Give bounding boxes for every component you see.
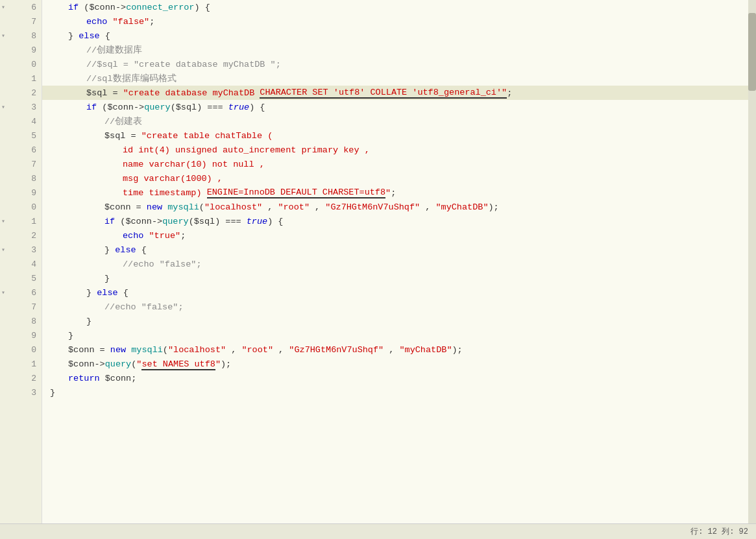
line-num-10: 0: [0, 57, 42, 71]
var-conn6: $conn: [68, 359, 95, 369]
scrollbar-thumb[interactable]: [748, 13, 756, 91]
kw-if3: if: [104, 217, 115, 226]
semi2: ;: [507, 88, 512, 98]
semi4: ;: [180, 231, 186, 241]
line-num-32: 2: [0, 371, 42, 385]
line-num-6: ▾6: [0, 0, 42, 14]
bool-true: true: [228, 102, 249, 112]
semi5: ;: [131, 374, 136, 383]
punc-open2: {: [136, 245, 147, 255]
punc8: (: [189, 217, 194, 226]
paren4: );: [452, 345, 462, 355]
line-num-8: ▾8: [0, 29, 42, 43]
comma1: ,: [262, 202, 278, 212]
fn-query3: query: [105, 359, 132, 369]
line-num-28: 8: [0, 314, 42, 328]
code-line-14: //创建表: [42, 114, 756, 128]
paren6: );: [221, 359, 231, 369]
str-dbname2: "myChatDB": [399, 345, 452, 355]
line-numbers: ▾6 7 ▾8 9 0 1 2 ▾3 4 5 6 7 8 9 0 ▾1 2 ▾3…: [0, 0, 42, 523]
arrow4: ->: [95, 359, 105, 369]
line-num-26: ▾6: [0, 285, 42, 300]
space3: [143, 231, 149, 241]
punc6: ) {: [249, 102, 265, 112]
semi3: ;: [391, 188, 396, 198]
fn-connect-error: connect_error: [126, 3, 194, 12]
str-root: "root": [278, 202, 310, 212]
line-num-21: ▾1: [0, 214, 42, 228]
comment-echo-false2: //echo "false";: [104, 302, 184, 312]
kw-else3: else: [97, 288, 117, 298]
fold-icon-21[interactable]: ▾: [1, 217, 5, 225]
code-line-25: }: [42, 271, 756, 285]
semi: ;: [149, 17, 154, 27]
comma2: ,: [310, 202, 325, 212]
code-line-22: echo "true" ;: [42, 228, 756, 243]
code-line-12: $sql = "create database myChatDB CHARACT…: [42, 86, 756, 100]
fold-icon-23[interactable]: ▾: [1, 246, 5, 254]
fold-icon-26[interactable]: ▾: [1, 289, 5, 296]
code-line-19: time timestamp) ENGINE=InnoDB DEFAULT CH…: [42, 186, 756, 200]
str-close-quote: ": [385, 188, 391, 198]
code-content[interactable]: if ( $conn -> connect_error ) { echo "fa…: [42, 0, 756, 523]
code-line-11: //sql数据库编码格式: [42, 71, 756, 86]
punc10: ) {: [267, 217, 283, 226]
line-num-11: 1: [0, 71, 42, 86]
fn-mysqli2: mysqli: [131, 345, 163, 355]
code-line-7: echo "false" ;: [42, 14, 756, 29]
var-sql4: $sql: [194, 217, 215, 226]
cursor-position: 行: 12 列: 92: [690, 526, 748, 537]
code-line-21: if ( $conn -> query ( $sql ) === true ) …: [42, 214, 756, 228]
code-line-26: } else {: [42, 285, 756, 300]
line-num-30: 0: [0, 342, 42, 357]
code-line-29: }: [42, 328, 756, 342]
var-conn4: $conn: [125, 217, 152, 226]
line-num-14: 4: [0, 114, 42, 128]
code-line-13: if ( $conn -> query ( $sql ) === true ) …: [42, 100, 756, 114]
fn-query: query: [144, 102, 171, 112]
line-num-23: ▾3: [0, 243, 42, 257]
str-password2: "Gz7HGtM6nV7uShqf": [289, 345, 384, 355]
str-localhost2: "localhost": [168, 345, 226, 355]
code-line-16: id int(4) unsigned auto_increment primar…: [42, 143, 756, 157]
line-num-29: 9: [0, 328, 42, 342]
line-num-22: 2: [0, 228, 42, 243]
paren5: (: [131, 359, 136, 369]
comma4: ,: [226, 345, 241, 355]
comment-sql-create: //$sql = "create database myChatDB ";: [86, 60, 281, 69]
str-charset: CHARACTER SET 'utf8': [260, 88, 370, 99]
str-engine: ENGINE=InnoDB DEFAULT CHARSET=utf8: [207, 187, 385, 198]
comma5: ,: [273, 345, 289, 355]
line-num-24: 4: [0, 257, 42, 271]
punc4: (: [171, 102, 176, 112]
equals3: =: [131, 202, 147, 212]
comma6: ,: [384, 345, 399, 355]
code-line-31: $conn -> query ( "set NAMES utf8" );: [42, 357, 756, 371]
str-collate: COLLATE: [371, 88, 408, 99]
var-conn3: $conn: [104, 202, 131, 212]
str-time: time timestamp): [123, 188, 207, 198]
line-num-7: 7: [0, 14, 42, 29]
vertical-scrollbar[interactable]: [748, 0, 756, 523]
fold-icon-8[interactable]: ▾: [1, 32, 5, 40]
bool-true2: true: [247, 217, 267, 226]
kw-else: else: [79, 31, 99, 41]
str-password: "Gz7HGtM6nV7uShqf": [325, 202, 420, 212]
status-bar: 行: 12 列: 92: [0, 523, 756, 539]
editor: ▾6 7 ▾8 9 0 1 2 ▾3 4 5 6 7 8 9 0 ▾1 2 ▾3…: [0, 0, 756, 539]
code-line-30: $conn = new mysqli ( "localhost" , "root…: [42, 342, 756, 357]
kw-echo: echo: [86, 17, 107, 27]
equals4: =: [95, 345, 110, 355]
space: [107, 17, 112, 27]
line-num-17: 7: [0, 157, 42, 171]
punc5: ) ===: [197, 102, 228, 112]
fold-icon-6[interactable]: ▾: [1, 3, 5, 11]
var-conn: $conn: [89, 3, 116, 12]
line-num-27: 7: [0, 300, 42, 314]
line-num-15: 5: [0, 128, 42, 143]
punc7: (: [115, 217, 125, 226]
kw-new: new: [147, 202, 162, 212]
fold-icon-13[interactable]: ▾: [1, 103, 5, 111]
str-id: id int(4) unsigned auto_increment primar…: [123, 145, 370, 155]
str-set-names: "set NAMES utf8": [136, 359, 221, 369]
